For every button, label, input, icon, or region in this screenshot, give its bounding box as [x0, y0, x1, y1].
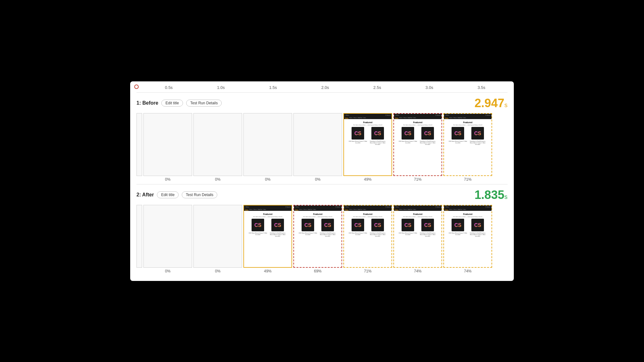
frame-col: ≡ Menu S Search Home Shirts Fitted WebPe… [343, 113, 392, 182]
frame-col: ≡ Menu S Search Home Shirts Fitted WebPe… [243, 205, 292, 273]
frame-percent: 49% [364, 177, 371, 182]
svg-text:CS: CS [374, 222, 381, 228]
frame-box [243, 113, 292, 176]
frame-col: 0% [293, 113, 342, 182]
tick-label: 3.5s [457, 85, 506, 90]
before-frame-spacer [136, 113, 142, 177]
svg-text:CS: CS [354, 222, 362, 228]
frame-col: ≡ Menu S Search Home Shirts Fitted WebPe… [343, 205, 392, 273]
frame-box: ≡ Menu S Search Home Shirts Fitted WebPe… [343, 205, 392, 268]
before-section: 1: Before Edit title Test Run Details 2.… [136, 96, 508, 182]
frame-box: ≡ Menu S Search Home Shirts Fitted WebPe… [393, 113, 442, 176]
before-header: 1: Before Edit title Test Run Details 2.… [136, 96, 508, 110]
after-edit-title-button[interactable]: Edit title [157, 191, 179, 198]
frame-col: ≡ Menu S Search Home Shirts Fitted WebPe… [393, 113, 442, 182]
after-score: 1.835s [475, 188, 508, 202]
section-divider [136, 184, 508, 184]
frame-col: 0% [193, 205, 242, 273]
svg-text:CS: CS [454, 222, 462, 228]
frame-col: 0% [243, 113, 292, 182]
svg-text:CS: CS [274, 222, 281, 228]
frame-percent: 71% [464, 177, 471, 182]
after-filmstrip: 0%0% ≡ Menu S Search Home Shirts Fitted … [136, 205, 508, 273]
frame-percent: 71% [364, 269, 371, 273]
frame-col: ≡ Menu S Search Home Shirts Fitted WebPe… [443, 113, 492, 182]
svg-text:CS: CS [474, 131, 481, 136]
frame-box [293, 113, 342, 176]
frame-col: ≡ Menu S Search Home Shirts Fitted WebPe… [293, 205, 342, 273]
timeline-ticks: 0.5s1.0s1.5s2.0s2.5s3.0s3.5s [136, 85, 508, 90]
before-test-run-button[interactable]: Test Run Details [186, 100, 222, 107]
tick-label: 1.0s [197, 85, 245, 90]
before-score-unit: s [504, 101, 508, 108]
after-score-unit: s [504, 193, 508, 200]
tick-label: 2.5s [353, 85, 402, 90]
frame-percent: 0% [265, 177, 270, 182]
after-title: 2: After [136, 192, 154, 198]
after-frame-spacer [136, 205, 142, 269]
before-edit-title-button[interactable]: Edit title [161, 100, 183, 107]
frame-percent: 69% [314, 269, 321, 273]
frame-box [143, 113, 192, 176]
frame-percent: 0% [165, 269, 170, 273]
tick-label: 0.5s [144, 85, 193, 90]
before-spacer-box [136, 113, 142, 176]
frame-col: 0% [143, 113, 192, 182]
frame-box: ≡ Menu S Search Home Shirts Fitted WebPe… [443, 113, 492, 176]
after-header: 2: After Edit title Test Run Details 1.8… [136, 188, 508, 202]
svg-text:CS: CS [424, 131, 431, 136]
tick-label: 3.0s [405, 85, 454, 90]
svg-text:CS: CS [324, 222, 331, 228]
frame-percent: 71% [414, 177, 421, 182]
svg-text:CS: CS [404, 222, 412, 228]
after-score-value: 1.835 [475, 188, 504, 201]
frame-percent: 74% [414, 269, 421, 273]
svg-text:CS: CS [304, 222, 312, 228]
svg-text:CS: CS [374, 131, 381, 136]
before-score-value: 2.947 [475, 96, 504, 110]
before-title: 1: Before [136, 100, 158, 106]
after-test-run-button[interactable]: Test Run Details [182, 191, 217, 198]
before-filmstrip: 0%0%0%0% ≡ Menu S Search Home Shirts Fit… [136, 113, 508, 182]
comparison-container: 0.5s1.0s1.5s2.0s2.5s3.0s3.5s 1: Before E… [130, 81, 514, 281]
after-section: 2: After Edit title Test Run Details 1.8… [136, 188, 508, 273]
frame-box: ≡ Menu S Search Home Shirts Fitted WebPe… [293, 205, 342, 268]
svg-text:CS: CS [454, 131, 462, 136]
after-spacer-box [136, 205, 142, 268]
frame-box [193, 113, 242, 176]
frame-box: ≡ Menu S Search Home Shirts Fitted WebPe… [343, 113, 392, 176]
svg-text:CS: CS [404, 131, 412, 136]
frame-col: 0% [193, 113, 242, 182]
frame-percent: 0% [165, 177, 170, 182]
frame-percent: 49% [264, 269, 271, 273]
frame-box [193, 205, 242, 268]
frame-percent: 0% [215, 177, 220, 182]
svg-text:CS: CS [474, 222, 481, 228]
svg-text:CS: CS [254, 222, 262, 228]
frame-col: 0% [143, 205, 192, 273]
frame-box [143, 205, 192, 268]
frame-col: ≡ Menu S Search Home Shirts Fitted WebPe… [443, 205, 492, 273]
frame-box: ≡ Menu S Search Home Shirts Fitted WebPe… [393, 205, 442, 268]
frame-percent: 0% [315, 177, 320, 182]
timeline-marker [134, 85, 139, 89]
before-score: 2.947s [475, 96, 508, 110]
frame-box: ≡ Menu S Search Home Shirts Fitted WebPe… [243, 205, 292, 268]
frame-box: ≡ Menu S Search Home Shirts Fitted WebPe… [443, 205, 492, 268]
svg-text:CS: CS [424, 222, 431, 228]
frame-col: ≡ Menu S Search Home Shirts Fitted WebPe… [393, 205, 442, 273]
svg-text:CS: CS [354, 131, 362, 136]
frame-percent: 74% [464, 269, 471, 273]
tick-label: 2.0s [301, 85, 349, 90]
tick-label: 1.5s [249, 85, 297, 90]
timeline-header: 0.5s1.0s1.5s2.0s2.5s3.0s3.5s [136, 81, 508, 93]
frame-percent: 0% [215, 269, 220, 273]
